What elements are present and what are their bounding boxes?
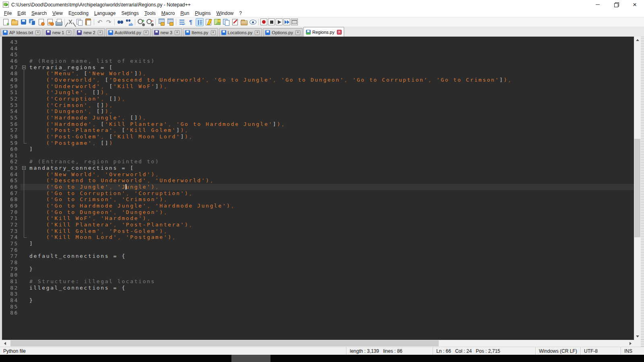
code-line[interactable]: 60]	[2, 146, 634, 152]
code-line[interactable]: 66 ('Go to Jungle', 'Jungle'),	[2, 184, 634, 190]
macro-stop-icon[interactable]	[268, 19, 275, 25]
status-insert-mode[interactable]: INS	[621, 347, 644, 355]
tab-ap-ideas-txt[interactable]: AP Ideas.txt×	[0, 28, 43, 37]
code-line[interactable]: 78	[2, 259, 634, 266]
code-line[interactable]: 69 ('Go to Hardmode Jungle', 'Hardmode J…	[2, 203, 634, 209]
menu-run[interactable]: Run	[178, 10, 192, 17]
tab-new-2[interactable]: new 2×	[74, 28, 105, 37]
tab-new-1[interactable]: new 1×	[43, 28, 74, 37]
document-list-icon[interactable]	[213, 18, 221, 26]
horizontal-scrollbar-thumb[interactable]	[10, 340, 439, 346]
tab-autoworld-py[interactable]: AutoWorld.py×	[106, 28, 151, 37]
horizontal-scrollbar[interactable]	[0, 340, 634, 347]
save-all-icon[interactable]	[28, 18, 36, 26]
code-line[interactable]: 49 ('Overworld', ['Descend to Underworld…	[2, 77, 634, 83]
code-line[interactable]: 79}	[2, 266, 634, 272]
zoom-out-icon[interactable]	[146, 18, 154, 26]
menu-window[interactable]: Window	[214, 10, 237, 17]
code-line[interactable]: 59 ('Postgame', [])	[2, 140, 634, 146]
code-line[interactable]: 68 ('Go to Crimson', 'Crimson'),	[2, 196, 634, 203]
zoom-in-icon[interactable]	[137, 18, 145, 26]
code-line[interactable]: 85	[2, 304, 634, 310]
paste-icon[interactable]	[84, 18, 92, 26]
document-map-icon[interactable]	[204, 18, 213, 26]
tab-locations-py[interactable]: Locations.py×	[219, 28, 262, 37]
code-line[interactable]: 56 ('Hardmode', ['Kill Plantera', 'Go to…	[2, 121, 634, 128]
menu-encoding[interactable]: Encoding	[66, 10, 91, 17]
code-line[interactable]: 67 ('Go to Corruption', 'Corruption'),	[2, 190, 634, 197]
menu-plugins[interactable]: Plugins	[192, 10, 213, 17]
menu-tools[interactable]: Tools	[142, 10, 159, 17]
code-line[interactable]: 74 ('Kill Moon Lord', 'Postgame'),	[2, 234, 634, 241]
print-icon[interactable]	[55, 18, 63, 26]
macro-run-multiple-icon[interactable]	[283, 19, 290, 25]
restore-button[interactable]	[607, 0, 625, 9]
code-area[interactable]: 43444546# (Region name, list of exits)47…	[2, 37, 634, 340]
scroll-up-arrow[interactable]	[634, 37, 641, 43]
tab-close-icon[interactable]: ×	[144, 30, 149, 35]
fold-collapse-icon[interactable]	[21, 165, 29, 171]
code-line[interactable]: 71 ('Kill WoF', 'Hardmode'),	[2, 215, 634, 222]
folder-as-workspace-icon[interactable]	[240, 18, 248, 26]
tab-regions-py[interactable]: Regions.py×	[303, 27, 344, 37]
code-line[interactable]: 64 ('New World', 'Overworld'),	[2, 171, 634, 178]
code-line[interactable]: 76	[2, 247, 634, 253]
code-line[interactable]: 57 ('Post-Plantera', ['Kill Golem']),	[2, 127, 634, 134]
code-line[interactable]: 81# Structure: illegal locations	[2, 278, 634, 285]
code-line[interactable]: 77default_connections = {	[2, 253, 634, 259]
code-line[interactable]: 45	[2, 51, 634, 58]
replace-icon[interactable]	[125, 18, 133, 26]
code-line[interactable]: 86	[2, 310, 634, 316]
code-line[interactable]: 62# (Entrance, region pointed to)	[2, 158, 634, 165]
code-line[interactable]: 84}	[2, 297, 634, 304]
macro-save-icon[interactable]	[291, 19, 298, 25]
status-encoding[interactable]: UTF-8	[580, 347, 621, 355]
code-line[interactable]: 48 ('Menu', ['New World']),	[2, 70, 634, 77]
vertical-scrollbar[interactable]	[634, 37, 641, 340]
cut-icon[interactable]	[66, 18, 74, 26]
close-all-icon[interactable]	[46, 18, 54, 26]
word-wrap-icon[interactable]	[178, 18, 186, 26]
menu-view[interactable]: View	[50, 10, 66, 17]
scroll-down-arrow[interactable]	[634, 333, 641, 340]
macro-record-icon[interactable]	[260, 19, 267, 25]
tab-close-icon[interactable]: ×	[98, 30, 103, 35]
tab-close-icon[interactable]: ×	[66, 30, 71, 35]
sync-vertical-scroll-icon[interactable]	[157, 18, 165, 26]
code-line[interactable]: 82illegal_connections = {	[2, 285, 634, 291]
find-icon[interactable]	[116, 18, 124, 26]
code-line[interactable]: 46# (Region name, list of exits)	[2, 58, 634, 64]
tab-close-icon[interactable]: ×	[35, 30, 40, 35]
code-line[interactable]: 54 ('Dungeon', []),	[2, 108, 634, 115]
code-line[interactable]: 73 ('Kill Golem', 'Post-Golem'),	[2, 228, 634, 234]
function-list-icon[interactable]	[222, 18, 230, 26]
code-line[interactable]: 58 ('Post-Golem', ['Kill Moon Lord']),	[2, 134, 634, 140]
code-line[interactable]: 55 ('Hardmode Jungle', []),	[2, 115, 634, 121]
show-all-characters-icon[interactable]	[187, 18, 195, 26]
code-line[interactable]: 65 ('Descend to Underworld', 'Underworld…	[2, 177, 634, 184]
menu-help[interactable]: ?	[236, 10, 245, 17]
code-line[interactable]: 44	[2, 45, 634, 52]
code-line[interactable]: 63mandatory_connections = [	[2, 165, 634, 171]
show-indent-guide-icon[interactable]	[196, 18, 204, 26]
tab-close-icon[interactable]: ×	[337, 30, 342, 35]
code-line[interactable]: 70 ('Go to Dungeon', 'Dungeon'),	[2, 209, 634, 216]
code-line[interactable]: 72 ('Kill Plantera', 'Post-Plantera'),	[2, 222, 634, 228]
menu-macro[interactable]: Macro	[159, 10, 178, 17]
sync-horizontal-scroll-icon[interactable]	[166, 18, 174, 26]
new-file-icon[interactable]	[2, 18, 10, 26]
minimize-button[interactable]	[588, 0, 607, 9]
tab-new-3[interactable]: new 3×	[152, 28, 182, 37]
code-line[interactable]: 47terraria_regions = [	[2, 64, 634, 71]
menu-search[interactable]: Search	[29, 10, 50, 17]
macro-play-icon[interactable]	[276, 19, 283, 25]
code-line[interactable]: 61	[2, 152, 634, 159]
code-line[interactable]: 80	[2, 272, 634, 278]
copy-icon[interactable]	[75, 18, 83, 26]
fold-collapse-icon[interactable]	[21, 64, 29, 71]
code-line[interactable]: 50 ('Underworld', ['Kill WoF']),	[2, 83, 634, 90]
menu-edit[interactable]: Edit	[14, 10, 29, 17]
code-line[interactable]: 53 ('Crimson', []),	[2, 102, 634, 109]
menu-language[interactable]: Language	[91, 10, 118, 17]
define-language-icon[interactable]	[231, 18, 239, 26]
